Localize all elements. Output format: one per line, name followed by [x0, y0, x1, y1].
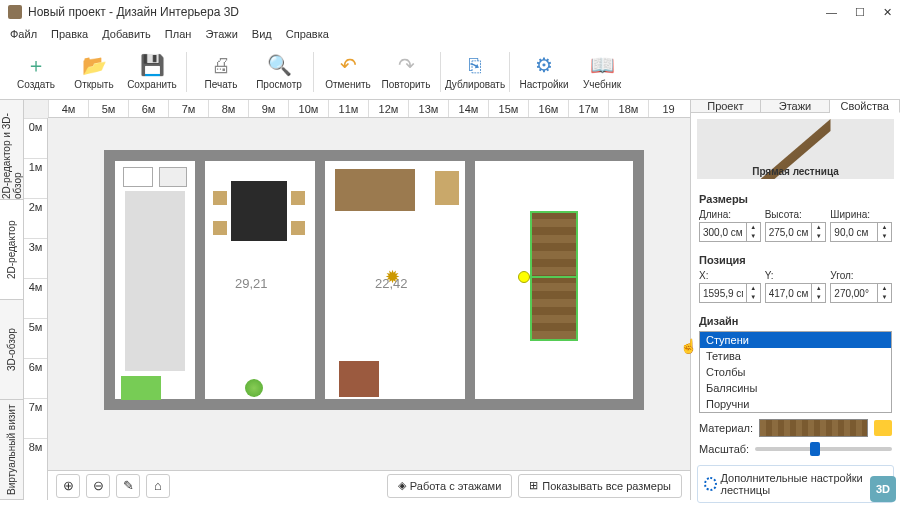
browse-material-button[interactable]: [874, 420, 892, 436]
chair[interactable]: [213, 221, 227, 235]
panel-tab-Свойства[interactable]: Свойства: [830, 100, 900, 113]
table-dark[interactable]: [231, 181, 287, 241]
gear-icon: [704, 477, 717, 491]
sofa-green[interactable]: [121, 376, 161, 400]
material-swatch[interactable]: [759, 419, 868, 437]
selection-line: [528, 276, 578, 278]
Печать-icon: 🖨: [209, 53, 233, 77]
layers-icon: ◈: [398, 479, 406, 492]
menu-Файл[interactable]: Файл: [10, 28, 37, 40]
y-input[interactable]: ▲▼: [765, 283, 827, 303]
design-item-Столбы[interactable]: Столбы: [700, 364, 891, 380]
floors-button[interactable]: ◈Работа с этажами: [387, 474, 513, 498]
menu-Этажи[interactable]: Этажи: [205, 28, 237, 40]
scale-slider[interactable]: [755, 447, 892, 451]
toolbar-Настройки[interactable]: ⚙Настройки: [516, 47, 572, 97]
Настройки-icon: ⚙: [532, 53, 556, 77]
width-input[interactable]: ▲▼: [830, 222, 892, 242]
toolbar-Открыть[interactable]: 📂Открыть: [66, 47, 122, 97]
zoom-in-button[interactable]: ⊕: [56, 474, 80, 498]
menu-Справка[interactable]: Справка: [286, 28, 329, 40]
dimensions-heading: Размеры: [699, 193, 892, 205]
toolbar-Создать[interactable]: ＋Создать: [8, 47, 64, 97]
chair[interactable]: [291, 191, 305, 205]
length-label: Длина:: [699, 209, 761, 220]
length-input[interactable]: ▲▼: [699, 222, 761, 242]
minimize-button[interactable]: —: [826, 6, 837, 19]
toolbar-Печать[interactable]: 🖨Печать: [193, 47, 249, 97]
zoom-out-button[interactable]: ⊖: [86, 474, 110, 498]
menu-bar: ФайлПравкаДобавитьПланЭтажиВидСправка: [0, 24, 900, 44]
advanced-settings-button[interactable]: Дополнительные настройки лестницы: [697, 465, 894, 503]
panel-tab-Проект[interactable]: Проект: [691, 100, 761, 112]
stove[interactable]: [159, 167, 187, 187]
left-tab-1[interactable]: 2D-редактор: [0, 200, 23, 300]
show-dims-button[interactable]: ⊞Показывать все размеры: [518, 474, 682, 498]
canvas[interactable]: 4м5м6м7м8м9м10м11м12м13м14м15м16м17м18м1…: [24, 100, 690, 500]
menu-Правка[interactable]: Правка: [51, 28, 88, 40]
close-button[interactable]: ✕: [883, 6, 892, 19]
left-tabs: 2D-редактор и 3D-обзор2D-редактор3D-обзо…: [0, 100, 24, 500]
floor-plan[interactable]: 29,21 22,42 ✹ 20,65: [104, 150, 644, 410]
angle-label: Угол:: [830, 270, 892, 281]
angle-input[interactable]: ▲▼: [830, 283, 892, 303]
panel-tab-Этажи[interactable]: Этажи: [761, 100, 831, 112]
light-icon[interactable]: ✹: [385, 266, 405, 286]
toolbar-Просмотр[interactable]: 🔍Просмотр: [251, 47, 307, 97]
maximize-button[interactable]: ☐: [855, 6, 865, 19]
menu-Добавить[interactable]: Добавить: [102, 28, 151, 40]
properties-panel: ПроектЭтажиСвойства Прямая лестница Разм…: [690, 100, 900, 500]
design-item-Поручни[interactable]: Поручни: [700, 396, 891, 412]
panel-tabs: ПроектЭтажиСвойства: [691, 100, 900, 113]
preview-caption: Прямая лестница: [752, 166, 839, 177]
title-bar: Новый проект - Дизайн Интерьера 3D — ☐ ✕: [0, 0, 900, 24]
design-item-Балясины[interactable]: Балясины: [700, 380, 891, 396]
Учебник-icon: 📖: [590, 53, 614, 77]
grid-icon: ⊞: [529, 479, 538, 492]
scale-label: Масштаб:: [699, 443, 749, 455]
width-label: Ширина:: [830, 209, 892, 220]
window-title: Новый проект - Дизайн Интерьера 3D: [28, 5, 826, 19]
height-input[interactable]: ▲▼: [765, 222, 827, 242]
design-listbox[interactable]: СтупениТетиваСтолбыБалясиныПоручни: [699, 331, 892, 413]
menu-План[interactable]: План: [165, 28, 192, 40]
Отменить-icon: ↶: [336, 53, 360, 77]
ruler-vertical: 0м1м2м3м4м5м6м7м8м: [24, 118, 48, 500]
x-input[interactable]: ▲▼: [699, 283, 761, 303]
home-button[interactable]: ⌂: [146, 474, 170, 498]
toolbar-Сохранить[interactable]: 💾Сохранить: [124, 47, 180, 97]
room-2[interactable]: 29,21: [200, 156, 320, 404]
Сохранить-icon: 💾: [140, 53, 164, 77]
appliance[interactable]: [123, 167, 153, 187]
room-1[interactable]: [110, 156, 200, 404]
chair[interactable]: [291, 221, 305, 235]
toolbar-Повторить[interactable]: ↷Повторить: [378, 47, 434, 97]
left-tab-2[interactable]: 3D-обзор: [0, 300, 23, 400]
left-tab-3[interactable]: Виртуальный визит: [0, 400, 23, 500]
toolbar-Отменить[interactable]: ↶Отменить: [320, 47, 376, 97]
left-tab-0[interactable]: 2D-редактор и 3D-обзор: [0, 100, 23, 200]
preview-box: Прямая лестница: [697, 119, 894, 179]
design-item-Тетива[interactable]: Тетива: [700, 348, 891, 364]
app-icon: [8, 5, 22, 19]
sofa-brown[interactable]: [335, 169, 415, 211]
Открыть-icon: 📂: [82, 53, 106, 77]
selection-handle[interactable]: [518, 271, 530, 283]
counter[interactable]: [125, 191, 185, 371]
3d-badge: 3D: [870, 476, 896, 502]
area-label: 29,21: [235, 276, 268, 291]
room-3[interactable]: 22,42 ✹: [320, 156, 470, 404]
material-label: Материал:: [699, 422, 753, 434]
menu-Вид[interactable]: Вид: [252, 28, 272, 40]
Повторить-icon: ↷: [394, 53, 418, 77]
toolbar-Дублировать[interactable]: ⎘Дублировать: [447, 47, 503, 97]
position-heading: Позиция: [699, 254, 892, 266]
plant-icon[interactable]: [245, 379, 263, 397]
y-label: Y:: [765, 270, 827, 281]
edit-button[interactable]: ✎: [116, 474, 140, 498]
armchair[interactable]: [435, 171, 459, 205]
cabinet[interactable]: [339, 361, 379, 397]
toolbar-Учебник[interactable]: 📖Учебник: [574, 47, 630, 97]
chair[interactable]: [213, 191, 227, 205]
design-item-Ступени[interactable]: Ступени: [700, 332, 891, 348]
